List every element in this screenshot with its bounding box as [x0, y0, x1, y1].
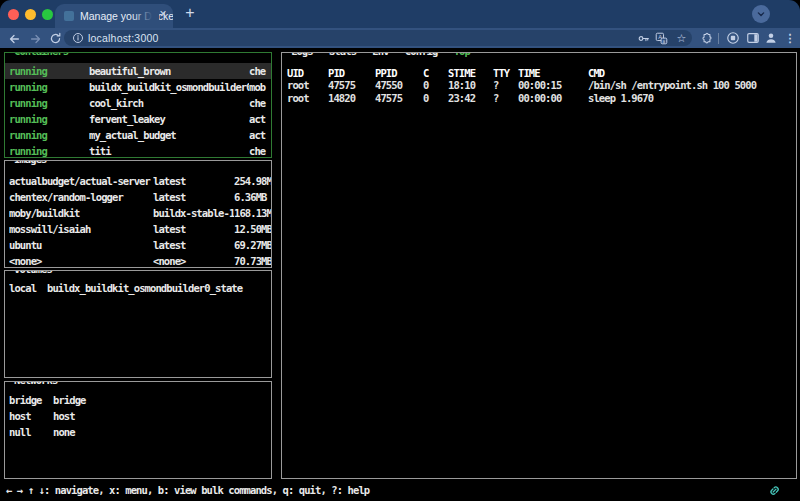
image-row[interactable]: moby/buildkit buildx-stable-1 168.13MB: [5, 205, 271, 221]
image-size: 12.50MB: [234, 221, 271, 237]
proc-uid: root: [287, 79, 328, 91]
reload-button[interactable]: [47, 30, 64, 47]
connection-link-icon: [768, 484, 782, 498]
profile-button[interactable]: [763, 30, 779, 46]
container-name: my_actual_budget: [89, 127, 249, 143]
image-size: 6.36MB: [234, 189, 271, 205]
container-image: che: [249, 63, 271, 79]
container-state: running: [9, 63, 89, 79]
tab-close-icon[interactable]: ×: [156, 8, 170, 22]
proc-stime: 23:42: [448, 92, 493, 104]
site-info-icon[interactable]: [70, 31, 85, 45]
proc-tty: ?: [493, 92, 518, 104]
panel-images-title: Images: [11, 160, 50, 165]
proc-ppid: 47550: [375, 79, 423, 91]
container-image: act: [249, 111, 271, 127]
container-row[interactable]: running cool_kirch che: [5, 95, 271, 111]
panel-detail[interactable]: Logs — Stats — Env — Config — Top UID PI…: [281, 52, 797, 479]
translate-icon: A a: [655, 32, 668, 45]
network-row[interactable]: bridge bridge: [5, 392, 271, 408]
proc-pid: 14820: [328, 92, 375, 104]
panel-volumes-title: Volumes: [11, 270, 55, 275]
browser-tab[interactable]: Manage your Docker fleet w ×: [55, 4, 173, 28]
url-bar[interactable]: localhost:3000 A a ☆: [64, 30, 692, 46]
network-row[interactable]: host host: [5, 408, 271, 424]
container-name: beautiful_brown: [89, 63, 249, 79]
detail-tab-top[interactable]: Top: [454, 52, 470, 57]
panel-images[interactable]: Images actualbudget/actual-server latest…: [4, 160, 272, 268]
network-name: bridge: [9, 392, 53, 408]
tab-search-button[interactable]: [752, 5, 770, 23]
proc-pid: 47575: [328, 79, 375, 91]
container-state: running: [9, 143, 89, 158]
reload-icon: [49, 32, 62, 45]
side-panel-button[interactable]: [745, 30, 761, 46]
image-row[interactable]: chentex/random-logger latest 6.36MB: [5, 189, 271, 205]
password-key-button[interactable]: [636, 31, 651, 45]
col-cmd: CMD: [588, 67, 796, 79]
browser-menu-button[interactable]: ⋮: [782, 30, 798, 46]
container-name: buildx_buildkit_osmondbuilder0: [89, 79, 249, 95]
proc-uid: root: [287, 92, 328, 104]
container-row[interactable]: running buildx_buildkit_osmondbuilder0 m…: [5, 79, 271, 95]
container-image: che: [249, 143, 271, 158]
terminal-app: Containers running beautiful_brown che r…: [0, 48, 800, 501]
image-row[interactable]: mosswill/isaiah latest 12.50MB: [5, 221, 271, 237]
container-state: running: [9, 127, 89, 143]
image-size: 70.73MB: [234, 253, 271, 268]
extensions-button[interactable]: [698, 30, 714, 46]
help-status-bar: ← → ↑ ↓: navigate, x: menu, b: view bulk…: [6, 482, 369, 498]
proc-time: 00:00:15: [518, 79, 588, 91]
detail-tabs-inactive[interactable]: Logs — Stats — Env — Config —: [291, 52, 454, 57]
panel-networks[interactable]: Networks bridge bridge host host null no…: [4, 381, 272, 479]
container-row[interactable]: running my_actual_budget act: [5, 127, 271, 143]
puzzle-icon: [700, 32, 713, 45]
container-image: mob: [249, 79, 271, 95]
window-minimize-button[interactable]: [25, 9, 36, 20]
back-button[interactable]: [5, 30, 22, 47]
network-row[interactable]: null none: [5, 424, 271, 440]
window-zoom-button[interactable]: [42, 9, 53, 20]
image-tag: <none>: [153, 253, 234, 268]
container-row-selected[interactable]: running beautiful_brown che: [5, 63, 271, 79]
col-uid: UID: [287, 67, 328, 79]
window-close-button[interactable]: [8, 9, 19, 20]
images-list: actualbudget/actual-server latest 254.98…: [5, 173, 271, 268]
proc-time: 00:00:00: [518, 92, 588, 104]
container-state: running: [9, 79, 89, 95]
process-row: root 14820 47575 0 23:42 ? 00:00:00 slee…: [282, 92, 796, 104]
forward-button[interactable]: [27, 30, 44, 47]
image-tag: latest: [153, 237, 234, 253]
col-stime: STIME: [448, 67, 493, 79]
volume-name: buildx_buildkit_osmondbuilder0_state: [47, 280, 271, 296]
image-row[interactable]: <none> <none> 70.73MB: [5, 253, 271, 268]
network-name: null: [9, 424, 53, 440]
container-row[interactable]: running fervent_leakey act: [5, 111, 271, 127]
volume-row[interactable]: local buildx_buildkit_osmondbuilder0_sta…: [5, 280, 271, 296]
extension-shortcut-button[interactable]: [725, 30, 741, 46]
bookmark-star-icon[interactable]: ☆: [674, 31, 689, 45]
new-tab-button[interactable]: +: [180, 3, 200, 24]
proc-c: 0: [423, 92, 448, 104]
browser-window: Manage your Docker fleet w × +: [0, 0, 800, 501]
image-size: 168.13MB: [234, 205, 271, 221]
panel-volumes[interactable]: Volumes local buildx_buildkit_osmondbuil…: [4, 270, 272, 378]
proc-cmd: /bin/sh /entrypoint.sh 100 5000: [588, 79, 796, 91]
panel-containers-title: Containers: [11, 52, 71, 57]
toolbar-divider: [718, 33, 719, 44]
image-size: 254.98MB: [234, 173, 271, 189]
arrow-right-icon: [29, 32, 43, 46]
image-row[interactable]: ubuntu latest 69.27MB: [5, 237, 271, 253]
panel-containers[interactable]: Containers running beautiful_brown che r…: [4, 52, 272, 158]
translate-button[interactable]: A a: [654, 31, 669, 45]
info-icon: [72, 32, 84, 44]
network-name: host: [9, 408, 53, 424]
container-image: che: [249, 95, 271, 111]
image-tag: latest: [153, 189, 234, 205]
window-controls: [8, 9, 53, 20]
image-row[interactable]: actualbudget/actual-server latest 254.98…: [5, 173, 271, 189]
image-name: moby/buildkit: [9, 205, 153, 221]
container-row[interactable]: running titi che: [5, 143, 271, 158]
process-row: root 47575 47550 0 18:10 ? 00:00:15 /bin…: [282, 79, 796, 91]
image-name: ubuntu: [9, 237, 153, 253]
